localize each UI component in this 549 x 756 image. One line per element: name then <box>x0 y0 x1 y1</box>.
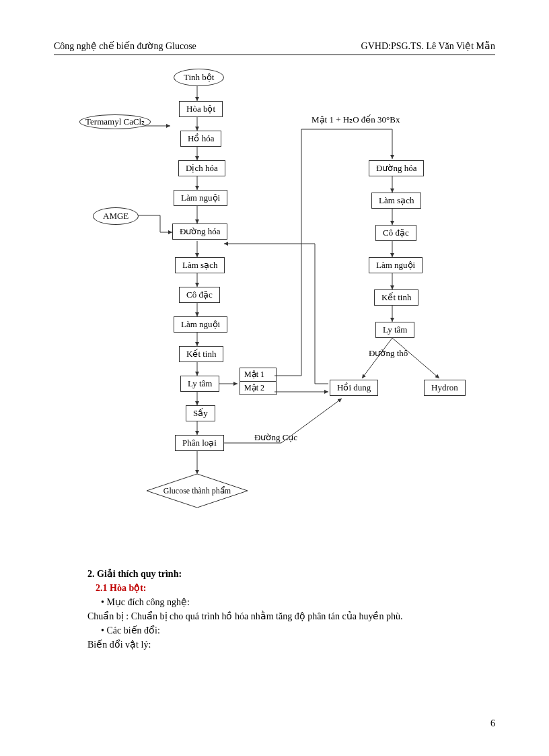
line-chuanbi: Chuẩn bị : Chuẩn bị cho quá trình hồ hóa… <box>87 609 495 623</box>
node-duonghoa2: Đường hóa <box>369 160 424 176</box>
node-lamsach1: Làm sạch <box>175 257 225 273</box>
node-hydron: Hydron <box>424 380 466 396</box>
bullet-mucdich: Mục đích công nghệ: <box>101 595 495 609</box>
flowchart-connectors <box>73 69 476 560</box>
node-hoabot: Hòa bột <box>179 101 223 117</box>
node-amge: AMGE <box>93 207 139 225</box>
node-lamnguoi1: Làm nguội <box>174 190 227 206</box>
page-header: Công nghệ chế biến đường Glucose GVHD:PS… <box>54 40 495 55</box>
bullet-biendoi: Các biến đổi: <box>101 623 495 638</box>
label-duongtho: Đường thô <box>369 348 408 359</box>
header-left: Công nghệ chế biến đường Glucose <box>54 40 196 52</box>
node-hohoa: Hồ hóa <box>180 131 221 147</box>
node-matbox: Mật 1 Mật 2 <box>240 368 277 395</box>
node-lytam2: Ly tâm <box>375 322 414 338</box>
page-number: 6 <box>490 718 495 729</box>
section-number: 2. <box>87 569 95 579</box>
node-dichhoa: Dịch hóa <box>178 160 225 176</box>
subsection-title: Hòa bột: <box>110 583 147 593</box>
node-glucose: Glucose thành phẩm <box>147 474 248 508</box>
node-tinhbot: Tinh bột <box>174 69 224 86</box>
node-codac1: Cô đặc <box>179 287 220 303</box>
node-phanloai: Phân loại <box>175 435 224 451</box>
node-lamnguoi3: Làm nguội <box>369 257 423 273</box>
node-mat1: Mật 1 <box>240 368 276 382</box>
node-lamsach2: Làm sạch <box>371 193 421 209</box>
node-lamnguoi2: Làm nguội <box>174 316 227 333</box>
node-say: Sấy <box>186 405 215 421</box>
node-hoidung: Hồi dung <box>330 380 378 396</box>
line-biendoi: Biến đổi vật lý: <box>87 638 495 652</box>
body-text: 2. Giải thích quy trình: 2.1 Hòa bột: Mụ… <box>54 567 495 652</box>
section-title: Giải thích quy trình: <box>97 569 182 579</box>
node-termamyl: Termamyl CaCl₂ <box>79 114 151 129</box>
label-mat-h2o: Mật 1 + H₂O đến 30°Bx <box>312 114 400 125</box>
flowchart-diagram: Tinh bột Hòa bột Termamyl CaCl₂ Hồ hóa D… <box>73 69 476 560</box>
node-mat2: Mật 2 <box>240 382 276 394</box>
subsection-number: 2.1 <box>96 583 108 593</box>
node-kettinh2: Kết tinh <box>374 289 418 306</box>
node-kettinh1: Kết tinh <box>179 346 223 362</box>
node-codac2: Cô đặc <box>375 225 416 241</box>
node-lytam1: Ly tâm <box>180 376 219 392</box>
node-duonghoa1: Đường hóa <box>172 224 227 240</box>
header-right: GVHD:PSG.TS. Lê Văn Việt Mẫn <box>361 40 495 52</box>
label-duongcuc: Đường Cục <box>254 432 297 443</box>
